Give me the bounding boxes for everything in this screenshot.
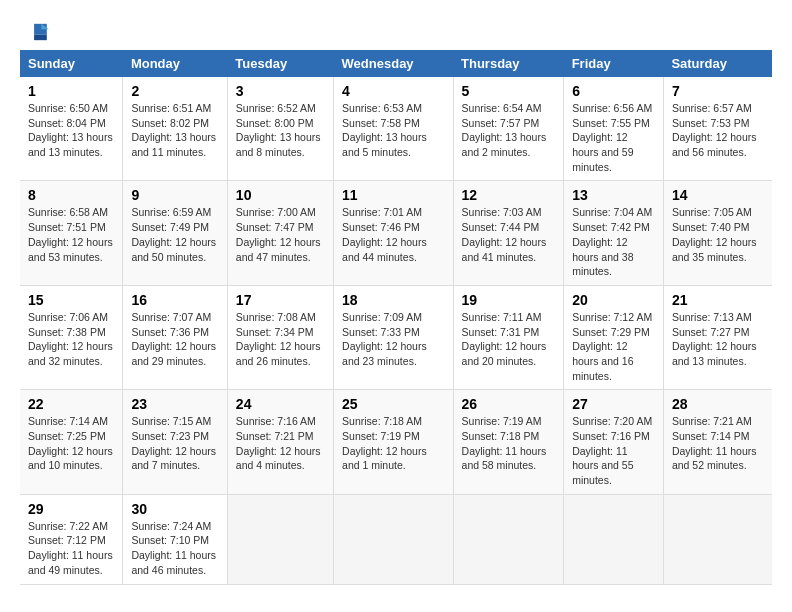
calendar-cell: 2Sunrise: 6:51 AM Sunset: 8:02 PM Daylig…	[123, 77, 227, 181]
calendar-cell: 19Sunrise: 7:11 AM Sunset: 7:31 PM Dayli…	[453, 285, 564, 389]
day-info: Sunrise: 7:15 AM Sunset: 7:23 PM Dayligh…	[131, 414, 218, 473]
column-header-saturday: Saturday	[663, 50, 772, 77]
calendar-cell: 21Sunrise: 7:13 AM Sunset: 7:27 PM Dayli…	[663, 285, 772, 389]
day-number: 3	[236, 83, 325, 99]
day-number: 15	[28, 292, 114, 308]
column-header-sunday: Sunday	[20, 50, 123, 77]
calendar-cell: 7Sunrise: 6:57 AM Sunset: 7:53 PM Daylig…	[663, 77, 772, 181]
calendar-cell	[334, 494, 453, 584]
day-number: 13	[572, 187, 655, 203]
calendar-cell: 26Sunrise: 7:19 AM Sunset: 7:18 PM Dayli…	[453, 390, 564, 494]
calendar-cell: 25Sunrise: 7:18 AM Sunset: 7:19 PM Dayli…	[334, 390, 453, 494]
day-number: 30	[131, 501, 218, 517]
day-number: 4	[342, 83, 444, 99]
column-header-wednesday: Wednesday	[334, 50, 453, 77]
calendar-week-4: 29Sunrise: 7:22 AM Sunset: 7:12 PM Dayli…	[20, 494, 772, 584]
day-info: Sunrise: 7:16 AM Sunset: 7:21 PM Dayligh…	[236, 414, 325, 473]
day-info: Sunrise: 6:50 AM Sunset: 8:04 PM Dayligh…	[28, 101, 114, 160]
day-number: 6	[572, 83, 655, 99]
day-info: Sunrise: 7:24 AM Sunset: 7:10 PM Dayligh…	[131, 519, 218, 578]
calendar-cell: 12Sunrise: 7:03 AM Sunset: 7:44 PM Dayli…	[453, 181, 564, 285]
day-info: Sunrise: 6:56 AM Sunset: 7:55 PM Dayligh…	[572, 101, 655, 174]
day-number: 14	[672, 187, 764, 203]
day-info: Sunrise: 6:58 AM Sunset: 7:51 PM Dayligh…	[28, 205, 114, 264]
calendar-cell	[227, 494, 333, 584]
logo-icon	[20, 22, 50, 42]
day-number: 2	[131, 83, 218, 99]
calendar-cell: 6Sunrise: 6:56 AM Sunset: 7:55 PM Daylig…	[564, 77, 664, 181]
calendar-cell: 11Sunrise: 7:01 AM Sunset: 7:46 PM Dayli…	[334, 181, 453, 285]
day-info: Sunrise: 7:05 AM Sunset: 7:40 PM Dayligh…	[672, 205, 764, 264]
day-number: 18	[342, 292, 444, 308]
day-number: 24	[236, 396, 325, 412]
column-header-tuesday: Tuesday	[227, 50, 333, 77]
day-number: 27	[572, 396, 655, 412]
day-info: Sunrise: 7:03 AM Sunset: 7:44 PM Dayligh…	[462, 205, 556, 264]
day-number: 10	[236, 187, 325, 203]
day-number: 12	[462, 187, 556, 203]
day-info: Sunrise: 7:00 AM Sunset: 7:47 PM Dayligh…	[236, 205, 325, 264]
day-info: Sunrise: 7:22 AM Sunset: 7:12 PM Dayligh…	[28, 519, 114, 578]
day-info: Sunrise: 7:06 AM Sunset: 7:38 PM Dayligh…	[28, 310, 114, 369]
column-header-friday: Friday	[564, 50, 664, 77]
day-info: Sunrise: 7:13 AM Sunset: 7:27 PM Dayligh…	[672, 310, 764, 369]
calendar-cell	[564, 494, 664, 584]
day-number: 26	[462, 396, 556, 412]
calendar-cell: 28Sunrise: 7:21 AM Sunset: 7:14 PM Dayli…	[663, 390, 772, 494]
calendar-week-0: 1Sunrise: 6:50 AM Sunset: 8:04 PM Daylig…	[20, 77, 772, 181]
calendar-cell: 20Sunrise: 7:12 AM Sunset: 7:29 PM Dayli…	[564, 285, 664, 389]
day-info: Sunrise: 6:52 AM Sunset: 8:00 PM Dayligh…	[236, 101, 325, 160]
logo	[20, 20, 52, 40]
calendar-cell: 27Sunrise: 7:20 AM Sunset: 7:16 PM Dayli…	[564, 390, 664, 494]
day-info: Sunrise: 7:18 AM Sunset: 7:19 PM Dayligh…	[342, 414, 444, 473]
day-number: 29	[28, 501, 114, 517]
calendar-cell: 8Sunrise: 6:58 AM Sunset: 7:51 PM Daylig…	[20, 181, 123, 285]
svg-marker-1	[34, 35, 47, 40]
day-info: Sunrise: 6:59 AM Sunset: 7:49 PM Dayligh…	[131, 205, 218, 264]
day-number: 23	[131, 396, 218, 412]
day-info: Sunrise: 7:21 AM Sunset: 7:14 PM Dayligh…	[672, 414, 764, 473]
day-number: 22	[28, 396, 114, 412]
day-info: Sunrise: 7:01 AM Sunset: 7:46 PM Dayligh…	[342, 205, 444, 264]
calendar-week-1: 8Sunrise: 6:58 AM Sunset: 7:51 PM Daylig…	[20, 181, 772, 285]
day-number: 28	[672, 396, 764, 412]
day-info: Sunrise: 7:11 AM Sunset: 7:31 PM Dayligh…	[462, 310, 556, 369]
day-number: 21	[672, 292, 764, 308]
day-number: 11	[342, 187, 444, 203]
day-number: 19	[462, 292, 556, 308]
calendar-week-3: 22Sunrise: 7:14 AM Sunset: 7:25 PM Dayli…	[20, 390, 772, 494]
day-info: Sunrise: 7:20 AM Sunset: 7:16 PM Dayligh…	[572, 414, 655, 487]
day-info: Sunrise: 7:08 AM Sunset: 7:34 PM Dayligh…	[236, 310, 325, 369]
calendar-cell: 14Sunrise: 7:05 AM Sunset: 7:40 PM Dayli…	[663, 181, 772, 285]
day-number: 16	[131, 292, 218, 308]
day-number: 9	[131, 187, 218, 203]
calendar-cell: 13Sunrise: 7:04 AM Sunset: 7:42 PM Dayli…	[564, 181, 664, 285]
calendar-cell: 9Sunrise: 6:59 AM Sunset: 7:49 PM Daylig…	[123, 181, 227, 285]
calendar-cell: 24Sunrise: 7:16 AM Sunset: 7:21 PM Dayli…	[227, 390, 333, 494]
day-number: 8	[28, 187, 114, 203]
calendar-cell	[663, 494, 772, 584]
day-info: Sunrise: 7:04 AM Sunset: 7:42 PM Dayligh…	[572, 205, 655, 278]
svg-marker-0	[34, 24, 47, 35]
day-info: Sunrise: 6:57 AM Sunset: 7:53 PM Dayligh…	[672, 101, 764, 160]
day-info: Sunrise: 7:19 AM Sunset: 7:18 PM Dayligh…	[462, 414, 556, 473]
day-info: Sunrise: 7:07 AM Sunset: 7:36 PM Dayligh…	[131, 310, 218, 369]
column-header-monday: Monday	[123, 50, 227, 77]
day-info: Sunrise: 6:54 AM Sunset: 7:57 PM Dayligh…	[462, 101, 556, 160]
calendar-header-row: SundayMondayTuesdayWednesdayThursdayFrid…	[20, 50, 772, 77]
day-info: Sunrise: 7:09 AM Sunset: 7:33 PM Dayligh…	[342, 310, 444, 369]
calendar-cell: 29Sunrise: 7:22 AM Sunset: 7:12 PM Dayli…	[20, 494, 123, 584]
calendar-week-2: 15Sunrise: 7:06 AM Sunset: 7:38 PM Dayli…	[20, 285, 772, 389]
calendar-cell: 22Sunrise: 7:14 AM Sunset: 7:25 PM Dayli…	[20, 390, 123, 494]
day-info: Sunrise: 6:53 AM Sunset: 7:58 PM Dayligh…	[342, 101, 444, 160]
calendar-cell: 30Sunrise: 7:24 AM Sunset: 7:10 PM Dayli…	[123, 494, 227, 584]
day-number: 7	[672, 83, 764, 99]
day-info: Sunrise: 7:12 AM Sunset: 7:29 PM Dayligh…	[572, 310, 655, 383]
day-number: 17	[236, 292, 325, 308]
calendar-cell: 17Sunrise: 7:08 AM Sunset: 7:34 PM Dayli…	[227, 285, 333, 389]
day-info: Sunrise: 6:51 AM Sunset: 8:02 PM Dayligh…	[131, 101, 218, 160]
calendar-cell: 15Sunrise: 7:06 AM Sunset: 7:38 PM Dayli…	[20, 285, 123, 389]
calendar-table: SundayMondayTuesdayWednesdayThursdayFrid…	[20, 50, 772, 585]
page-header	[20, 20, 772, 40]
calendar-cell: 5Sunrise: 6:54 AM Sunset: 7:57 PM Daylig…	[453, 77, 564, 181]
